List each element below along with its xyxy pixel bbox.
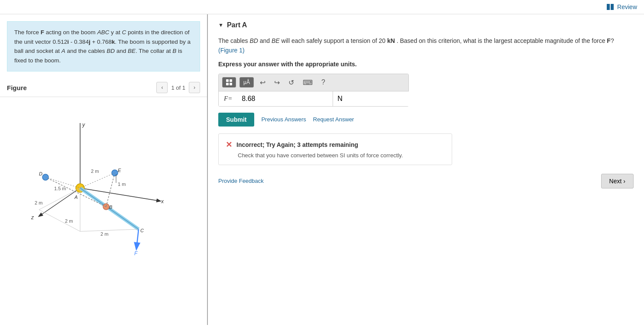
submit-btn[interactable]: Submit bbox=[218, 113, 254, 127]
keyboard-btn[interactable]: ⌨ bbox=[300, 77, 315, 88]
svg-text:2 m: 2 m bbox=[65, 218, 73, 224]
mu-btn[interactable]: μÅ bbox=[239, 77, 254, 88]
request-answer-link[interactable]: Request Answer bbox=[313, 116, 354, 123]
question-text: The cables BD and BE will each safely su… bbox=[218, 36, 634, 55]
action-row: Submit Previous Answers Request Answer bbox=[218, 113, 634, 127]
problem-description: The force F acting on the boom ABC y at … bbox=[7, 21, 200, 71]
svg-text:1 m: 1 m bbox=[118, 182, 126, 187]
figure-header: Figure ‹ 1 of 1 › bbox=[0, 78, 207, 97]
figure-section: Figure ‹ 1 of 1 › bbox=[0, 78, 207, 325]
undo-btn[interactable]: ↩ bbox=[257, 77, 268, 88]
review-link[interactable]: Review bbox=[607, 3, 637, 10]
bottom-row: Provide Feedback Next › bbox=[218, 174, 634, 188]
matrix-btn[interactable] bbox=[222, 77, 236, 88]
answer-value-input[interactable] bbox=[237, 91, 333, 106]
answer-input-row: F = bbox=[219, 91, 408, 106]
svg-text:2 m: 2 m bbox=[100, 231, 108, 237]
feedback-message: Check that you have converted between SI… bbox=[238, 152, 445, 159]
svg-text:z: z bbox=[31, 214, 34, 221]
express-answer-label: Express your answer with the appropriate… bbox=[218, 61, 634, 68]
answer-unit-input[interactable] bbox=[333, 91, 428, 106]
svg-text:A: A bbox=[74, 195, 78, 200]
svg-text:x: x bbox=[161, 198, 164, 205]
incorrect-icon: ✕ bbox=[226, 140, 232, 149]
svg-text:F: F bbox=[134, 250, 138, 257]
figure-nav: ‹ 1 of 1 › bbox=[156, 82, 200, 93]
svg-text:2 m: 2 m bbox=[91, 169, 99, 174]
figure-label: Figure bbox=[7, 84, 27, 91]
figure-svg: y z x B bbox=[4, 101, 186, 257]
help-btn[interactable]: ? bbox=[319, 77, 328, 88]
refresh-btn[interactable]: ↺ bbox=[286, 77, 297, 88]
svg-rect-0 bbox=[4, 101, 186, 257]
feedback-title: Incorrect; Try Again; 3 attempts remaini… bbox=[236, 141, 358, 148]
answer-label: F = bbox=[219, 91, 237, 106]
feedback-box: ✕ Incorrect; Try Again; 3 attempts remai… bbox=[218, 133, 452, 165]
next-chevron-icon: › bbox=[623, 178, 625, 185]
grid-icon bbox=[226, 79, 232, 85]
redo-btn[interactable]: ↪ bbox=[272, 77, 282, 88]
figure-next-btn[interactable]: › bbox=[189, 82, 200, 93]
review-icon bbox=[607, 4, 615, 10]
figure-link[interactable]: (Figure 1) bbox=[218, 47, 245, 54]
svg-text:D: D bbox=[39, 171, 42, 176]
svg-text:C: C bbox=[140, 228, 144, 233]
review-label: Review bbox=[617, 3, 637, 10]
svg-text:B: B bbox=[109, 205, 112, 210]
svg-text:1.5 m: 1.5 m bbox=[54, 186, 66, 191]
figure-svg-container: y z x B bbox=[0, 97, 207, 263]
provide-feedback-link[interactable]: Provide Feedback bbox=[218, 178, 264, 184]
figure-count: 1 of 1 bbox=[171, 84, 185, 91]
next-btn[interactable]: Next › bbox=[601, 174, 634, 188]
svg-text:2 m: 2 m bbox=[35, 200, 42, 205]
svg-text:E: E bbox=[118, 168, 121, 173]
part-collapse-arrow[interactable]: ▼ bbox=[218, 22, 223, 28]
boom-label: ABC bbox=[97, 29, 109, 36]
part-label: Part A bbox=[227, 21, 247, 29]
previous-answers-link[interactable]: Previous Answers bbox=[261, 116, 306, 123]
figure-prev-btn[interactable]: ‹ bbox=[156, 82, 168, 93]
feedback-header: ✕ Incorrect; Try Again; 3 attempts remai… bbox=[226, 140, 445, 149]
answer-box: μÅ ↩ ↪ ↺ ⌨ ? F = bbox=[218, 74, 409, 107]
svg-text:y: y bbox=[82, 122, 85, 128]
left-panel: The force F acting on the boom ABC y at … bbox=[0, 14, 208, 325]
right-panel: ▼ Part A The cables BD and BE will each … bbox=[208, 14, 644, 325]
figure-image-area[interactable]: y z x B bbox=[0, 97, 207, 325]
answer-toolbar: μÅ ↩ ↪ ↺ ⌨ ? bbox=[219, 74, 408, 91]
part-header: ▼ Part A bbox=[218, 21, 634, 29]
mu-label: μÅ bbox=[243, 79, 250, 85]
force-F: F bbox=[41, 29, 44, 36]
